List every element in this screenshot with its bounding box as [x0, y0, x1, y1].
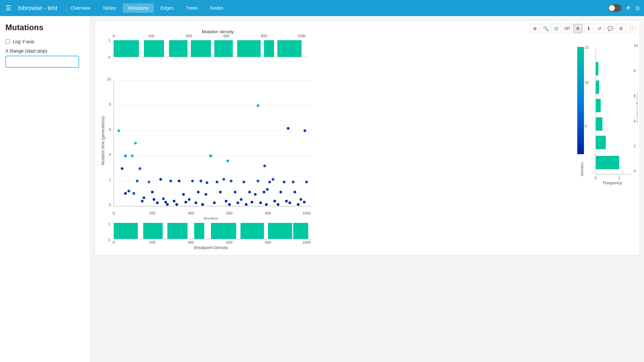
- svg-point-54: [162, 197, 165, 200]
- toolbar-active[interactable]: ❄: [573, 24, 583, 33]
- svg-point-88: [263, 191, 265, 193]
- svg-point-74: [222, 178, 225, 181]
- svg-point-81: [243, 181, 245, 183]
- svg-point-108: [121, 167, 123, 170]
- main-layout: Mutations Log Y-axis X Range (start:stop…: [0, 16, 644, 362]
- svg-point-40: [117, 129, 120, 132]
- svg-text:0: 0: [113, 240, 115, 244]
- svg-text:8: 8: [109, 102, 111, 106]
- svg-rect-12: [214, 40, 233, 57]
- svg-point-73: [219, 191, 222, 193]
- svg-point-110: [124, 192, 127, 195]
- sidebar: Mutations Log Y-axis X Range (start:stop…: [0, 16, 91, 362]
- svg-point-44: [127, 190, 130, 192]
- svg-rect-11: [191, 40, 211, 57]
- svg-text:10: 10: [634, 44, 638, 48]
- svg-text:1: 1: [618, 176, 620, 180]
- svg-point-42: [134, 142, 137, 144]
- svg-point-99: [293, 191, 296, 193]
- brightness-icon[interactable]: ☀: [626, 4, 631, 12]
- svg-text:5: 5: [585, 124, 587, 128]
- svg-rect-123: [268, 223, 292, 239]
- toolbar-tooltip[interactable]: 💬: [605, 24, 615, 33]
- tab-nodes[interactable]: Nodes: [205, 3, 229, 13]
- theme-toggle[interactable]: [608, 4, 622, 12]
- svg-text:1000: 1000: [298, 34, 306, 38]
- svg-point-45: [132, 192, 135, 195]
- settings-icon[interactable]: ⊙: [635, 4, 640, 12]
- toolbar-reset[interactable]: 0P: [562, 24, 572, 33]
- toolbar-save[interactable]: ⬇: [584, 24, 593, 33]
- svg-point-109: [124, 155, 127, 157]
- svg-rect-13: [237, 40, 261, 57]
- svg-rect-10: [169, 40, 187, 57]
- scatter-chart: Mutation time (generations) 0 2 4 6 8 10…: [100, 62, 335, 220]
- svg-point-87: [259, 201, 262, 204]
- svg-point-75: [225, 200, 227, 202]
- tab-trees[interactable]: Trees: [180, 3, 203, 13]
- x-range-field: X Range (start:stop): [5, 48, 85, 68]
- toolbar-zoom[interactable]: 🔍: [541, 24, 550, 33]
- toolbar-box-zoom[interactable]: ⊡: [552, 24, 561, 33]
- svg-text:Breakpoint Density: Breakpoint Density: [194, 245, 228, 250]
- svg-text:400: 400: [186, 34, 192, 38]
- svg-point-112: [226, 160, 229, 162]
- svg-text:200: 200: [148, 34, 154, 38]
- svg-point-113: [263, 165, 266, 167]
- toolbar-color[interactable]: ⬡: [627, 24, 636, 33]
- svg-point-76: [228, 203, 231, 206]
- tab-edges[interactable]: Edges: [155, 3, 179, 13]
- svg-point-56: [166, 203, 169, 206]
- log-y-checkbox[interactable]: [5, 39, 10, 44]
- svg-point-96: [285, 200, 288, 202]
- svg-point-97: [288, 201, 291, 204]
- svg-text:Frequency: Frequency: [603, 181, 622, 185]
- svg-point-41: [131, 155, 133, 157]
- svg-rect-145: [596, 156, 619, 169]
- svg-text:1000: 1000: [303, 240, 311, 244]
- svg-point-64: [191, 180, 194, 182]
- svg-text:200: 200: [149, 240, 155, 244]
- x-range-label: X Range (start:stop): [5, 48, 85, 54]
- app-title: tsbrowse - test: [18, 5, 57, 12]
- svg-text:10: 10: [585, 80, 589, 84]
- svg-point-63: [188, 198, 191, 201]
- svg-point-89: [265, 203, 268, 206]
- toolbar-pan[interactable]: ⊕: [530, 24, 540, 33]
- svg-text:600: 600: [226, 240, 232, 244]
- svg-text:2: 2: [109, 178, 111, 182]
- svg-rect-149: [596, 80, 599, 94]
- log-y-label: Log Y-axis: [13, 39, 35, 44]
- svg-text:10: 10: [107, 77, 111, 81]
- toolbar-refresh[interactable]: ↺: [595, 24, 604, 33]
- svg-text:0: 0: [108, 55, 110, 59]
- svg-text:2: 2: [634, 144, 636, 148]
- x-range-input[interactable]: [5, 56, 79, 68]
- svg-text:400: 400: [188, 211, 194, 215]
- tab-tables[interactable]: Tables: [97, 3, 121, 13]
- svg-rect-14: [264, 40, 274, 57]
- svg-text:Inheritors: Inheritors: [580, 162, 584, 176]
- tab-mutations[interactable]: Mutations: [123, 3, 154, 13]
- side-hist-svg: 0 2 4 6 8 10 Time (generations): [594, 28, 638, 186]
- svg-text:0: 0: [113, 211, 115, 215]
- svg-text:15: 15: [585, 45, 589, 49]
- svg-rect-118: [143, 223, 163, 239]
- svg-point-78: [234, 191, 236, 193]
- svg-rect-9: [144, 40, 164, 57]
- svg-text:600: 600: [223, 34, 229, 38]
- toolbar-settings[interactable]: ⚙: [616, 24, 626, 33]
- svg-point-79: [236, 201, 239, 204]
- menu-button[interactable]: ☰: [4, 3, 13, 13]
- svg-text:800: 800: [265, 211, 271, 215]
- plot-toolbar: ⊕ 🔍 ⊡ 0P ❄ ⬇ ↺ 💬 ⚙ ⬡: [530, 24, 636, 33]
- svg-point-46: [136, 180, 139, 182]
- svg-point-91: [272, 178, 274, 181]
- svg-point-60: [178, 180, 180, 182]
- svg-point-61: [182, 193, 185, 196]
- svg-point-43: [139, 167, 141, 170]
- svg-rect-148: [596, 99, 601, 112]
- svg-rect-119: [167, 223, 187, 239]
- tab-overview[interactable]: Overview: [65, 3, 96, 13]
- svg-point-72: [216, 181, 218, 183]
